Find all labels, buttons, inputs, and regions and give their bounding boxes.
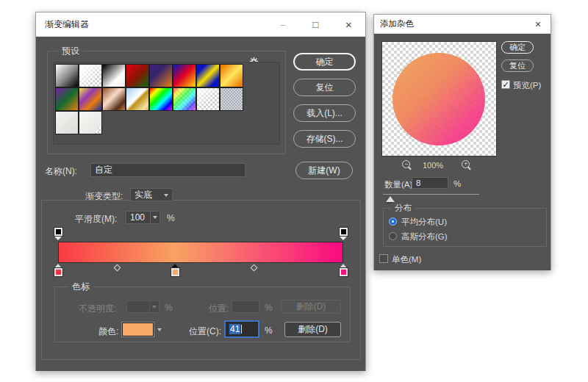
position-label-disabled: 位置: <box>209 303 229 315</box>
opacity-stop[interactable] <box>53 228 63 240</box>
gradient-preset-swatch <box>126 65 148 87</box>
load-button[interactable]: 载入(L)... <box>293 104 356 122</box>
distribution-label: 分布 <box>391 203 415 213</box>
opacity-stop-pointer-icon <box>340 237 347 240</box>
gradient-preset-thumbnail[interactable] <box>149 87 173 111</box>
gaussian-radio-label[interactable]: 高斯分布(G) <box>401 231 448 242</box>
stop-position-unit: % <box>265 325 273 336</box>
gradient-preset-thumbnail[interactable] <box>102 64 126 87</box>
noise-texture <box>392 53 485 145</box>
zoom-out-icon[interactable]: − <box>402 160 412 170</box>
chevron-down-icon <box>152 306 157 309</box>
noise-ok-button[interactable]: 确定 <box>501 41 534 54</box>
delete-stop-button[interactable]: 删除(D) <box>284 322 341 337</box>
gradient-preset-thumbnail[interactable] <box>196 64 220 87</box>
position-input-disabled <box>232 300 259 313</box>
gradient-preset-swatch <box>150 88 172 110</box>
noise-reset-button[interactable]: 复位 <box>501 60 534 72</box>
color-stop-swatch <box>171 268 179 276</box>
gradient-preset-thumbnail[interactable] <box>55 111 79 134</box>
amount-unit: % <box>453 179 461 188</box>
gradient-preset-swatch <box>103 65 125 87</box>
color-stop[interactable] <box>338 264 348 276</box>
name-input-value: 自定 <box>95 164 112 176</box>
gradient-editor-titlebar[interactable]: 渐变编辑器 – □ × <box>36 12 365 37</box>
close-icon[interactable]: × <box>526 15 551 33</box>
gradient-preset-swatch <box>220 65 243 87</box>
gradient-preset-thumbnail[interactable] <box>126 64 149 87</box>
save-button[interactable]: 存储(S)... <box>293 130 356 148</box>
amount-slider-track[interactable] <box>383 194 479 195</box>
zoom-in-icon[interactable]: + <box>462 160 471 170</box>
zoom-level: 100% <box>423 161 443 170</box>
gradient-preset-swatch <box>79 88 101 110</box>
add-noise-titlebar[interactable]: 添加杂色 × <box>374 15 551 34</box>
smoothness-dropdown-button[interactable] <box>150 212 159 223</box>
gradient-type-select[interactable]: 实底 <box>130 188 173 201</box>
amount-slider-thumb[interactable] <box>386 196 395 202</box>
gradient-preset-thumbnail[interactable] <box>55 64 79 87</box>
gradient-editor-body: 预设 <box>36 37 365 371</box>
monochromatic-checkbox[interactable] <box>379 254 388 263</box>
gradient-preset-thumbnail[interactable] <box>149 64 173 87</box>
gradient-preset-thumbnail[interactable] <box>102 87 126 111</box>
amount-value: 8 <box>416 179 420 187</box>
gradient-preset-thumbnail[interactable] <box>220 64 243 87</box>
color-label: 颜色: <box>98 325 118 338</box>
gaussian-radio[interactable] <box>389 232 397 240</box>
noise-preview-area[interactable] <box>381 41 497 156</box>
presets-label: 预设 <box>58 46 83 56</box>
gradient-preset-thumbnail[interactable] <box>126 87 149 111</box>
stop-position-value: 41 <box>229 324 240 334</box>
presets-groupbox: 预设 <box>47 51 286 154</box>
gradient-preset-thumbnail[interactable] <box>220 87 243 111</box>
distribution-groupbox: 分布 平均分布(U) 高斯分布(G) <box>383 208 547 247</box>
amount-input[interactable]: 8 <box>412 177 448 189</box>
gradient-editor-title: 渐变编辑器 <box>36 18 89 31</box>
name-input[interactable]: 自定 <box>90 163 245 177</box>
ok-button[interactable]: 确定 <box>293 53 356 71</box>
maximize-icon[interactable]: □ <box>299 12 332 36</box>
presets-grid <box>55 64 245 134</box>
preview-checkbox[interactable]: ✓ <box>501 80 510 89</box>
color-stop-selected[interactable] <box>170 264 180 276</box>
gradient-preset-thumbnail[interactable] <box>79 64 102 87</box>
gradient-preset-thumbnail[interactable] <box>196 87 220 111</box>
stops-label: 色标 <box>68 281 93 292</box>
stop-position-label: 位置(C): <box>189 325 221 338</box>
smoothness-input[interactable]: 100 <box>126 211 160 224</box>
gradient-type-label: 渐变类型: <box>85 190 123 203</box>
opacity-input-disabled <box>126 300 159 313</box>
chevron-down-icon <box>153 216 157 219</box>
stop-position-input[interactable]: 41 <box>226 322 258 336</box>
gradient-preset-swatch <box>197 88 219 110</box>
smoothness-value: 100 <box>130 212 145 223</box>
gradient-preset-thumbnail[interactable] <box>173 87 196 111</box>
gradient-preset-thumbnail[interactable] <box>79 87 102 111</box>
color-swatch[interactable] <box>122 322 154 336</box>
gradient-preset-swatch <box>103 88 125 110</box>
gradient-bar[interactable] <box>58 242 343 263</box>
new-button[interactable]: 新建(W) <box>295 162 353 179</box>
window-controls: – □ × <box>266 12 365 36</box>
color-stop[interactable] <box>53 264 63 276</box>
uniform-radio[interactable] <box>389 217 397 226</box>
chevron-down-icon[interactable] <box>157 328 162 331</box>
name-label: 名称(N): <box>45 165 77 178</box>
opacity-stop-swatch <box>54 228 62 236</box>
gradient-preset-thumbnail[interactable] <box>79 111 102 134</box>
smoothness-unit: % <box>167 213 175 223</box>
amount-label: 数量(A): <box>384 179 415 190</box>
opacity-dropdown-disabled <box>149 301 159 312</box>
opacity-unit: % <box>165 303 173 313</box>
gradient-preset-thumbnail[interactable] <box>55 87 79 111</box>
gradient-preset-swatch <box>220 88 243 110</box>
close-icon[interactable]: × <box>332 12 365 36</box>
gradient-preset-thumbnail[interactable] <box>173 64 196 87</box>
reset-button[interactable]: 复位 <box>293 79 356 96</box>
minimize-icon[interactable]: – <box>266 12 299 36</box>
uniform-radio-label[interactable]: 平均分布(U) <box>401 217 447 228</box>
opacity-stop[interactable] <box>338 228 348 240</box>
desktop: 渐变编辑器 – □ × 预设 <box>0 0 588 382</box>
gradient-preset-swatch <box>173 65 196 87</box>
